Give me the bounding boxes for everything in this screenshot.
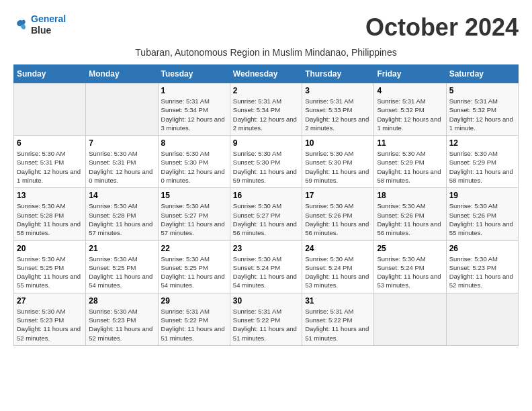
calendar-cell — [86, 83, 158, 136]
weekday-header-friday: Friday — [374, 65, 446, 83]
day-number: 12 — [449, 138, 515, 148]
month-title: October 2024 — [365, 13, 519, 42]
day-info: Sunrise: 5:30 AM Sunset: 5:24 PM Dayligh… — [377, 255, 443, 290]
day-number: 7 — [89, 138, 154, 148]
day-info: Sunrise: 5:30 AM Sunset: 5:23 PM Dayligh… — [89, 307, 154, 342]
day-info: Sunrise: 5:31 AM Sunset: 5:32 PM Dayligh… — [377, 97, 443, 132]
calendar-cell: 16Sunrise: 5:30 AM Sunset: 5:27 PM Dayli… — [230, 188, 302, 240]
day-info: Sunrise: 5:30 AM Sunset: 5:27 PM Dayligh… — [233, 201, 299, 237]
day-info: Sunrise: 5:30 AM Sunset: 5:26 PM Dayligh… — [305, 201, 371, 237]
day-number: 15 — [161, 191, 227, 200]
day-info: Sunrise: 5:30 AM Sunset: 5:30 PM Dayligh… — [161, 149, 227, 185]
day-number: 9 — [233, 138, 299, 148]
page-header: General Blue October 2024 — [13, 13, 519, 42]
calendar-cell: 18Sunrise: 5:30 AM Sunset: 5:26 PM Dayli… — [374, 188, 446, 240]
calendar-cell: 14Sunrise: 5:30 AM Sunset: 5:28 PM Dayli… — [86, 188, 158, 240]
day-number: 22 — [161, 244, 227, 253]
day-info: Sunrise: 5:30 AM Sunset: 5:30 PM Dayligh… — [305, 149, 371, 185]
day-number: 23 — [233, 244, 299, 253]
calendar-cell: 7Sunrise: 5:30 AM Sunset: 5:31 PM Daylig… — [86, 136, 158, 188]
day-number: 18 — [377, 191, 443, 200]
day-info: Sunrise: 5:30 AM Sunset: 5:23 PM Dayligh… — [17, 307, 83, 342]
day-info: Sunrise: 5:31 AM Sunset: 5:22 PM Dayligh… — [161, 307, 227, 342]
logo-icon — [13, 17, 28, 32]
day-number: 30 — [233, 296, 299, 306]
day-number: 13 — [17, 191, 83, 200]
day-number: 3 — [305, 86, 371, 95]
calendar-body: 1Sunrise: 5:31 AM Sunset: 5:34 PM Daylig… — [14, 83, 519, 346]
day-number: 14 — [89, 191, 154, 200]
calendar-cell: 17Sunrise: 5:30 AM Sunset: 5:26 PM Dayli… — [302, 188, 374, 240]
calendar-cell: 21Sunrise: 5:30 AM Sunset: 5:25 PM Dayli… — [86, 240, 158, 293]
weekday-header-saturday: Saturday — [446, 65, 518, 83]
day-number: 28 — [89, 296, 154, 306]
day-number: 6 — [17, 138, 83, 148]
calendar-table: SundayMondayTuesdayWednesdayThursdayFrid… — [13, 64, 519, 346]
day-info: Sunrise: 5:30 AM Sunset: 5:27 PM Dayligh… — [161, 201, 227, 237]
day-number: 11 — [377, 138, 443, 148]
day-number: 1 — [161, 86, 227, 95]
calendar-cell: 13Sunrise: 5:30 AM Sunset: 5:28 PM Dayli… — [14, 188, 86, 240]
day-info: Sunrise: 5:30 AM Sunset: 5:23 PM Dayligh… — [449, 255, 515, 290]
calendar-week-2: 6Sunrise: 5:30 AM Sunset: 5:31 PM Daylig… — [14, 136, 519, 188]
day-info: Sunrise: 5:31 AM Sunset: 5:32 PM Dayligh… — [449, 97, 515, 132]
day-number: 27 — [17, 296, 83, 306]
day-info: Sunrise: 5:30 AM Sunset: 5:28 PM Dayligh… — [89, 201, 154, 237]
calendar-cell: 2Sunrise: 5:31 AM Sunset: 5:34 PM Daylig… — [230, 83, 302, 136]
calendar-cell: 30Sunrise: 5:31 AM Sunset: 5:22 PM Dayli… — [230, 293, 302, 345]
calendar-week-4: 20Sunrise: 5:30 AM Sunset: 5:25 PM Dayli… — [14, 240, 519, 293]
day-number: 2 — [233, 86, 299, 95]
day-info: Sunrise: 5:30 AM Sunset: 5:31 PM Dayligh… — [17, 149, 83, 185]
day-info: Sunrise: 5:31 AM Sunset: 5:22 PM Dayligh… — [233, 307, 299, 342]
calendar-cell: 11Sunrise: 5:30 AM Sunset: 5:29 PM Dayli… — [374, 136, 446, 188]
day-number: 4 — [377, 86, 443, 95]
day-number: 25 — [377, 244, 443, 253]
day-number: 24 — [305, 244, 371, 253]
day-info: Sunrise: 5:30 AM Sunset: 5:25 PM Dayligh… — [161, 255, 227, 290]
calendar-cell: 26Sunrise: 5:30 AM Sunset: 5:23 PM Dayli… — [446, 240, 518, 293]
calendar-cell: 19Sunrise: 5:30 AM Sunset: 5:26 PM Dayli… — [446, 188, 518, 240]
calendar-week-5: 27Sunrise: 5:30 AM Sunset: 5:23 PM Dayli… — [14, 293, 519, 345]
day-info: Sunrise: 5:30 AM Sunset: 5:25 PM Dayligh… — [89, 255, 154, 290]
calendar-cell — [446, 293, 518, 345]
weekday-header-sunday: Sunday — [14, 65, 86, 83]
calendar-cell: 3Sunrise: 5:31 AM Sunset: 5:33 PM Daylig… — [302, 83, 374, 136]
day-number: 8 — [161, 138, 227, 148]
weekday-header-wednesday: Wednesday — [230, 65, 302, 83]
day-info: Sunrise: 5:31 AM Sunset: 5:22 PM Dayligh… — [305, 307, 371, 342]
logo: General Blue — [13, 13, 66, 36]
calendar-cell: 4Sunrise: 5:31 AM Sunset: 5:32 PM Daylig… — [374, 83, 446, 136]
day-number: 29 — [161, 296, 227, 306]
day-info: Sunrise: 5:30 AM Sunset: 5:26 PM Dayligh… — [377, 201, 443, 237]
day-info: Sunrise: 5:31 AM Sunset: 5:34 PM Dayligh… — [233, 97, 299, 132]
calendar-cell: 31Sunrise: 5:31 AM Sunset: 5:22 PM Dayli… — [302, 293, 374, 345]
calendar-cell: 1Sunrise: 5:31 AM Sunset: 5:34 PM Daylig… — [158, 83, 230, 136]
day-number: 19 — [449, 191, 515, 200]
calendar-cell: 10Sunrise: 5:30 AM Sunset: 5:30 PM Dayli… — [302, 136, 374, 188]
calendar-cell: 28Sunrise: 5:30 AM Sunset: 5:23 PM Dayli… — [86, 293, 158, 345]
calendar-week-3: 13Sunrise: 5:30 AM Sunset: 5:28 PM Dayli… — [14, 188, 519, 240]
day-info: Sunrise: 5:30 AM Sunset: 5:30 PM Dayligh… — [233, 149, 299, 185]
calendar-cell: 6Sunrise: 5:30 AM Sunset: 5:31 PM Daylig… — [14, 136, 86, 188]
day-number: 21 — [89, 244, 154, 253]
day-number: 10 — [305, 138, 371, 148]
day-info: Sunrise: 5:30 AM Sunset: 5:25 PM Dayligh… — [17, 255, 83, 290]
day-info: Sunrise: 5:30 AM Sunset: 5:29 PM Dayligh… — [449, 149, 515, 185]
calendar-week-1: 1Sunrise: 5:31 AM Sunset: 5:34 PM Daylig… — [14, 83, 519, 136]
day-info: Sunrise: 5:30 AM Sunset: 5:24 PM Dayligh… — [305, 255, 371, 290]
day-info: Sunrise: 5:30 AM Sunset: 5:28 PM Dayligh… — [17, 201, 83, 237]
calendar-cell: 12Sunrise: 5:30 AM Sunset: 5:29 PM Dayli… — [446, 136, 518, 188]
calendar-cell — [374, 293, 446, 345]
page-subtitle: Tubaran, Autonomous Region in Muslim Min… — [13, 47, 519, 58]
calendar-cell: 27Sunrise: 5:30 AM Sunset: 5:23 PM Dayli… — [14, 293, 86, 345]
calendar-cell: 9Sunrise: 5:30 AM Sunset: 5:30 PM Daylig… — [230, 136, 302, 188]
calendar-cell: 15Sunrise: 5:30 AM Sunset: 5:27 PM Dayli… — [158, 188, 230, 240]
day-number: 16 — [233, 191, 299, 200]
day-info: Sunrise: 5:31 AM Sunset: 5:33 PM Dayligh… — [305, 97, 371, 132]
calendar-cell — [14, 83, 86, 136]
calendar-cell: 5Sunrise: 5:31 AM Sunset: 5:32 PM Daylig… — [446, 83, 518, 136]
day-info: Sunrise: 5:30 AM Sunset: 5:26 PM Dayligh… — [449, 201, 515, 237]
weekday-header-thursday: Thursday — [302, 65, 374, 83]
day-number: 17 — [305, 191, 371, 200]
day-info: Sunrise: 5:31 AM Sunset: 5:34 PM Dayligh… — [161, 97, 227, 132]
